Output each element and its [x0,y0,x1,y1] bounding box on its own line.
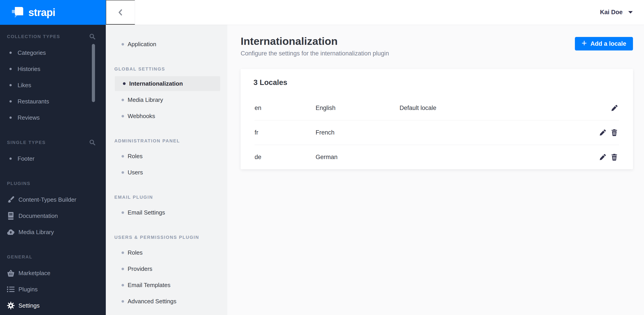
trash-icon [611,129,618,136]
locale-name: English [316,105,400,112]
sidebar-item-histories[interactable]: Histories [0,61,106,77]
edit-pencil-icon [611,105,618,112]
delete-locale-button[interactable] [611,129,618,136]
locale-code: en [254,105,316,112]
sidebar-scrollbar-thumb[interactable] [92,44,95,102]
trash-icon [611,154,618,161]
locale-name: German [316,154,400,161]
edit-locale-button[interactable] [599,154,606,161]
locale-code: de [254,154,316,161]
sidebar-item-reviews[interactable]: Reviews [0,110,106,126]
add-locale-button-label: Add a locale [590,40,626,47]
edit-pencil-icon [599,129,606,136]
brand-name: strapi [28,6,55,19]
section-label: GENERAL [7,254,32,259]
strapi-logo[interactable]: strapi [0,0,106,25]
settings-section-label: ADMINISTRATION PANEL [106,136,227,145]
user-menu-dropdown[interactable]: Kai Doe [600,9,633,16]
settings-sidebar: Application GLOBAL SETTINGS Internationa… [106,25,227,315]
topbar: Kai Doe [106,0,644,25]
settings-item-providers[interactable]: Providers [106,261,227,277]
cloud-upload-icon [6,229,15,235]
bullet-icon [10,68,12,70]
sidebar-item-label: Documentation [18,212,58,219]
sidebar-item-content-types-builder[interactable]: Content-Types Builder [0,191,106,208]
add-locale-button[interactable]: + Add a locale [575,37,633,51]
settings-section-users-permissions: USERS & PERMISSIONS PLUGIN Roles Provide… [106,233,227,309]
settings-section-label: GLOBAL SETTINGS [106,65,227,74]
settings-item-email-settings[interactable]: Email Settings [106,204,227,221]
sidebar-item-label: Media Library [18,229,54,236]
settings-item-label: Webhooks [128,113,155,120]
settings-item-webhooks[interactable]: Webhooks [106,108,227,124]
bullet-icon [122,171,124,174]
sidebar-item-label: Restaurants [18,98,49,105]
settings-item-admin-roles[interactable]: Roles [106,148,227,164]
locale-row-en: en English Default locale [241,96,633,120]
section-general: GENERAL Marketplace Plugins Settings [0,252,106,314]
bullet-icon [122,251,124,254]
settings-item-internationalization[interactable]: Internationalization [115,76,220,91]
bullet-icon [10,52,12,54]
settings-item-label: Email Templates [128,282,170,289]
settings-item-email-templates[interactable]: Email Templates [106,277,227,293]
row-actions [599,154,618,161]
settings-section-global: GLOBAL SETTINGS Internationalization Med… [106,65,227,124]
delete-locale-button[interactable] [611,154,618,161]
sidebar-item-documentation[interactable]: Documentation [0,208,106,224]
brush-icon [6,196,15,203]
sidebar-item-label: Content-Types Builder [18,196,76,203]
page-title: Internationalization [241,35,389,48]
edit-locale-button[interactable] [611,105,618,112]
bullet-icon [122,99,124,101]
strapi-flag-icon [12,7,24,18]
bullet-icon [122,115,124,117]
caret-down-icon [628,11,633,14]
settings-item-advanced-settings[interactable]: Advanced Settings [106,293,227,309]
settings-item-label: Roles [128,249,142,256]
settings-item-media-library[interactable]: Media Library [106,92,227,108]
settings-item-label: Users [128,169,143,176]
search-icon[interactable] [89,33,96,40]
settings-item-label: Advanced Settings [128,298,176,305]
sidebar-item-marketplace[interactable]: Marketplace [0,265,106,281]
back-button[interactable] [106,0,135,25]
locale-code: fr [254,129,316,136]
sidebar-item-plugins[interactable]: Plugins [0,281,106,297]
section-single-types: SINGLE TYPES Footer [0,138,106,167]
section-label: COLLECTION TYPES [7,34,60,39]
sidebar-item-footer[interactable]: Footer [0,151,106,167]
sidebar-item-label: Categories [18,49,46,56]
sidebar-item-label: Footer [18,155,34,162]
locale-name: French [316,129,400,136]
locale-default-badge: Default locale [400,105,611,112]
search-icon[interactable] [89,139,96,146]
list-icon [6,286,15,292]
settings-item-application[interactable]: Application [106,36,227,52]
settings-item-admin-users[interactable]: Users [106,164,227,180]
settings-item-up-roles[interactable]: Roles [106,244,227,261]
bullet-icon [122,155,124,158]
page-subtitle: Configure the settings for the internati… [241,50,389,57]
locale-row-de: de German [241,145,633,169]
sidebar-item-restaurants[interactable]: Restaurants [0,93,106,110]
user-name: Kai Doe [600,9,622,16]
settings-item-label: Internationalization [129,80,183,87]
settings-section-label: USERS & PERMISSIONS PLUGIN [106,233,227,242]
sidebar-item-label: Likes [18,82,31,89]
sidebar-item-media-library[interactable]: Media Library [0,224,106,240]
bullet-icon [10,158,12,160]
sidebar-item-likes[interactable]: Likes [0,77,106,93]
row-actions [599,129,618,136]
bullet-icon [10,84,12,86]
main-content: Internationalization Configure the setti… [227,25,644,315]
sidebar-item-settings[interactable]: Settings [0,297,106,314]
edit-locale-button[interactable] [599,129,606,136]
page-header: Internationalization Configure the setti… [241,34,633,57]
bullet-icon [122,284,124,286]
bullet-icon [123,82,126,85]
settings-section-email-plugin: EMAIL PLUGIN Email Settings [106,193,227,221]
locales-card-title: 3 Locales [241,69,633,96]
sidebar-item-categories[interactable]: Categories [0,45,106,61]
settings-item-label: Email Settings [128,209,165,216]
